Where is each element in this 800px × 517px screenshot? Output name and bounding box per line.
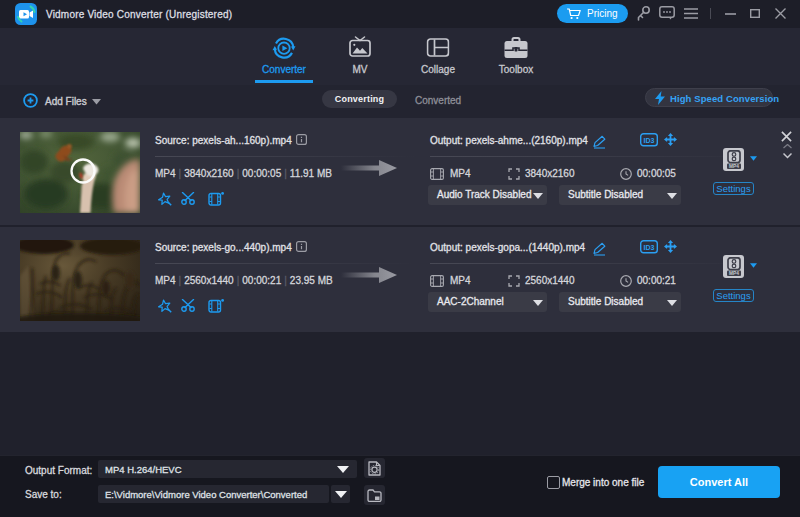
svg-text:MP4: MP4 <box>729 271 739 276</box>
svg-text:ID3: ID3 <box>643 244 654 251</box>
svg-text:MP4: MP4 <box>729 164 739 169</box>
svg-text:ID3: ID3 <box>643 137 654 144</box>
